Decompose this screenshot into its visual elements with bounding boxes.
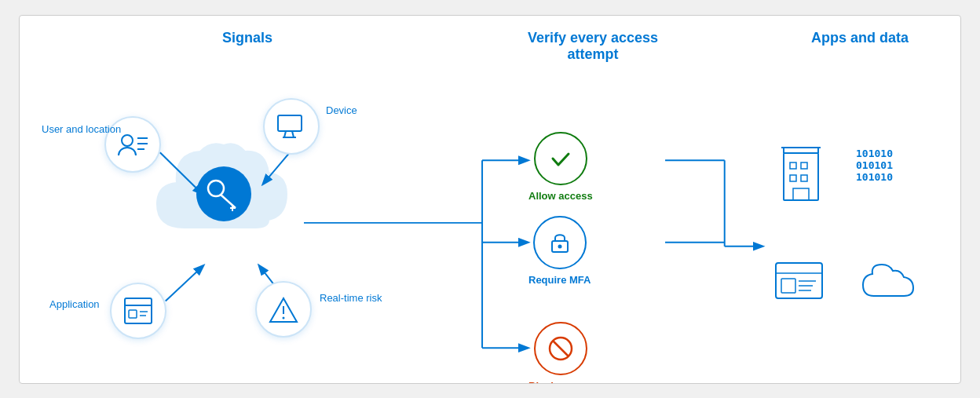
data-grid-icon: 101010 010101 101010 — [856, 145, 911, 195]
block-access-label: Block access — [528, 380, 593, 384]
svg-text:010101: 010101 — [856, 159, 893, 171]
svg-rect-40 — [790, 175, 796, 181]
allow-access-label: Allow access — [528, 190, 593, 202]
allow-access-item: Allow access — [528, 132, 593, 202]
svg-rect-39 — [801, 162, 807, 169]
application-circle — [110, 283, 166, 339]
realtime-risk-circle — [255, 281, 312, 338]
svg-rect-23 — [129, 310, 137, 318]
svg-text:101010: 101010 — [856, 171, 893, 183]
cloud-icon — [860, 263, 919, 309]
require-mfa-label: Require MFA — [528, 274, 591, 286]
svg-rect-51 — [781, 279, 795, 293]
apps-header: Apps and data — [781, 30, 938, 46]
device-label: Device — [326, 104, 357, 116]
user-location-label: User and location — [42, 123, 121, 135]
svg-text:101010: 101010 — [856, 148, 893, 159]
svg-line-19 — [292, 131, 294, 137]
svg-line-36 — [553, 341, 569, 356]
svg-rect-42 — [793, 188, 809, 200]
svg-rect-38 — [790, 162, 796, 169]
application-label: Application — [49, 298, 100, 310]
realtime-risk-label: Real-time risk — [320, 292, 382, 304]
require-mfa-item: Require MFA — [528, 216, 591, 286]
block-access-item: Block access — [528, 322, 593, 384]
verify-header: Verify every access attempt — [506, 30, 679, 64]
svg-point-34 — [558, 244, 561, 248]
svg-point-13 — [122, 135, 133, 146]
svg-point-27 — [283, 316, 285, 319]
building-icon — [777, 145, 825, 207]
signals-header: Signals — [177, 30, 318, 46]
svg-line-18 — [284, 131, 286, 137]
app-window-icon — [773, 259, 825, 305]
cloud-key — [141, 137, 306, 251]
svg-rect-41 — [801, 175, 807, 181]
svg-rect-17 — [278, 115, 302, 131]
diagram-container: Signals Verify every access attempt Apps… — [19, 15, 961, 384]
svg-point-28 — [196, 166, 251, 221]
svg-line-2 — [166, 265, 203, 301]
